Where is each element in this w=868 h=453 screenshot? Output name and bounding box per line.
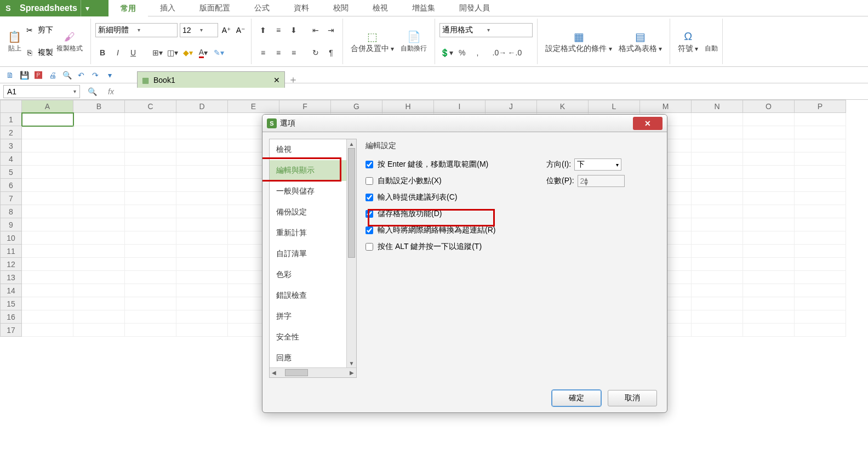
- cell[interactable]: [22, 152, 73, 166]
- sidebar-item-error-check[interactable]: 錯誤檢查: [270, 285, 356, 306]
- orientation-button[interactable]: ↻: [309, 46, 323, 60]
- align-left-button[interactable]: ≡: [256, 46, 270, 60]
- cell[interactable]: [73, 139, 125, 152]
- cell[interactable]: [692, 284, 743, 297]
- col-head[interactable]: B: [73, 100, 125, 113]
- cell[interactable]: [125, 258, 176, 271]
- bold-button[interactable]: B: [95, 46, 110, 60]
- cell[interactable]: [692, 231, 743, 245]
- cell[interactable]: [692, 152, 743, 166]
- cell[interactable]: [692, 126, 743, 139]
- col-head[interactable]: G: [331, 100, 382, 113]
- cell[interactable]: [795, 152, 846, 166]
- row-head[interactable]: 11: [0, 245, 22, 258]
- tab-formula[interactable]: 公式: [242, 0, 282, 16]
- format-as-table-button[interactable]: ▤ 格式為表格 ▾: [615, 20, 665, 63]
- cell[interactable]: [743, 179, 795, 192]
- cell[interactable]: [125, 126, 176, 139]
- cell[interactable]: [22, 284, 73, 297]
- cell[interactable]: [795, 113, 846, 126]
- sidebar-item-custom-list[interactable]: 自訂清單: [270, 244, 356, 264]
- cell[interactable]: [22, 166, 73, 179]
- cell[interactable]: [125, 139, 176, 152]
- search-icon[interactable]: 🔍: [83, 87, 101, 96]
- tab-home[interactable]: 常用: [108, 0, 148, 16]
- fill-color-button[interactable]: ◆▾: [181, 46, 195, 60]
- sidebar-item-backup[interactable]: 備份設定: [270, 202, 356, 223]
- qat-undo-button[interactable]: ↶: [75, 69, 88, 82]
- cell[interactable]: [125, 218, 176, 231]
- align-center-button[interactable]: ≡: [271, 46, 285, 60]
- sidebar-item-security[interactable]: 安全性: [270, 327, 356, 348]
- cell[interactable]: [692, 192, 743, 205]
- row-head[interactable]: 1: [0, 113, 22, 126]
- cell[interactable]: [22, 324, 73, 337]
- select-all-corner[interactable]: [0, 100, 22, 113]
- row-head[interactable]: 7: [0, 192, 22, 205]
- cell[interactable]: [73, 310, 125, 324]
- cell[interactable]: [73, 245, 125, 258]
- cell[interactable]: [743, 310, 795, 324]
- cell[interactable]: [22, 192, 73, 205]
- cell[interactable]: [692, 271, 743, 284]
- cell[interactable]: [125, 113, 176, 126]
- cell[interactable]: [795, 258, 846, 271]
- shrink-font-button[interactable]: A⁻: [235, 23, 247, 37]
- cell[interactable]: [743, 218, 795, 231]
- cell[interactable]: [125, 166, 176, 179]
- cell[interactable]: [692, 179, 743, 192]
- sidebar-item-color[interactable]: 色彩: [270, 264, 356, 285]
- align-top-button[interactable]: ⬆: [256, 23, 270, 37]
- align-middle-button[interactable]: ≡: [271, 23, 285, 37]
- cell[interactable]: [73, 113, 125, 126]
- cell[interactable]: [73, 231, 125, 245]
- chk-hyperlink[interactable]: [366, 226, 373, 234]
- cut-button[interactable]: ✂剪下: [25, 24, 53, 37]
- comma-button[interactable]: ,: [470, 46, 484, 60]
- cell[interactable]: [125, 297, 176, 310]
- cell[interactable]: [176, 192, 228, 205]
- cell[interactable]: [692, 297, 743, 310]
- row-head[interactable]: 2: [0, 126, 22, 139]
- cell[interactable]: [22, 297, 73, 310]
- cell[interactable]: [795, 310, 846, 324]
- cell[interactable]: [22, 126, 73, 139]
- col-head[interactable]: L: [589, 100, 640, 113]
- cell[interactable]: [795, 192, 846, 205]
- row-head[interactable]: 12: [0, 258, 22, 271]
- cell[interactable]: [176, 166, 228, 179]
- cell[interactable]: [692, 205, 743, 218]
- cell[interactable]: [743, 271, 795, 284]
- col-head[interactable]: K: [537, 100, 589, 113]
- qat-print-button[interactable]: 🖨: [46, 69, 59, 82]
- cell[interactable]: [176, 310, 228, 324]
- row-head[interactable]: 9: [0, 218, 22, 231]
- cell[interactable]: [22, 113, 73, 126]
- symbol-button[interactable]: Ω 符號 ▾: [675, 20, 701, 63]
- cell[interactable]: [22, 179, 73, 192]
- copy-button[interactable]: ⎘複製: [25, 46, 53, 59]
- cell[interactable]: [795, 231, 846, 245]
- cell[interactable]: [692, 218, 743, 231]
- cell[interactable]: [795, 179, 846, 192]
- percent-button[interactable]: %: [455, 46, 469, 60]
- cell[interactable]: [73, 297, 125, 310]
- cell[interactable]: [743, 139, 795, 152]
- sidebar-item-spell[interactable]: 拼字: [270, 306, 356, 327]
- chk-alt-track[interactable]: [366, 243, 373, 251]
- cell[interactable]: [73, 284, 125, 297]
- qat-pdf-button[interactable]: 🅿: [32, 69, 45, 82]
- cell[interactable]: [73, 271, 125, 284]
- cell[interactable]: [176, 205, 228, 218]
- cell[interactable]: [176, 271, 228, 284]
- document-tab[interactable]: ▦ Book1 ✕: [137, 71, 285, 88]
- cell[interactable]: [125, 192, 176, 205]
- cell[interactable]: [22, 271, 73, 284]
- cell[interactable]: [743, 205, 795, 218]
- cell[interactable]: [743, 152, 795, 166]
- tab-addins[interactable]: 增益集: [400, 0, 447, 16]
- direction-select[interactable]: 下▾: [574, 158, 621, 171]
- rtl-button[interactable]: ¶: [324, 46, 338, 60]
- add-tab-button[interactable]: ＋: [285, 71, 301, 88]
- col-head[interactable]: N: [692, 100, 743, 113]
